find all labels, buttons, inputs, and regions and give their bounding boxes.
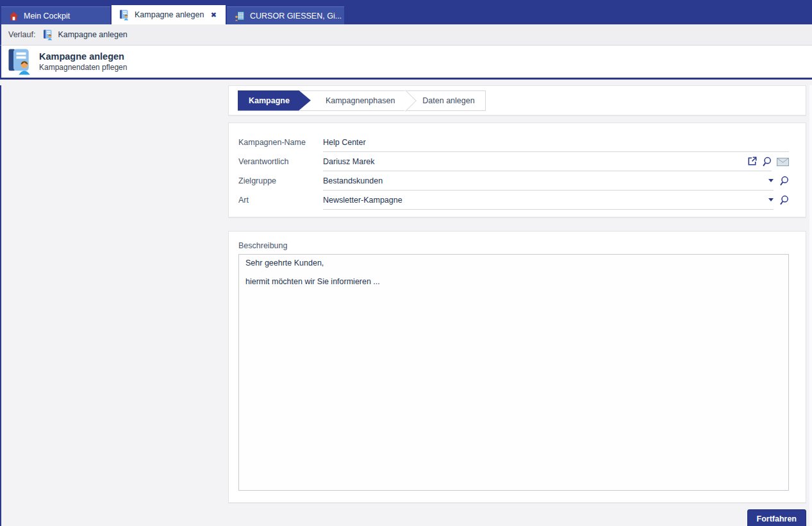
kampagnen-name-field [323, 133, 789, 152]
header-divider [0, 78, 812, 80]
history-item-kampagne-anlegen[interactable]: Kampagne anlegen [43, 30, 127, 40]
building-icon [235, 11, 245, 21]
campaign-book-icon [119, 10, 129, 21]
tab-kampagne-anlegen[interactable]: Kampagne anlegen ✖ [112, 5, 226, 24]
page-subtitle: Kampagnendaten pflegen [39, 63, 127, 72]
field-label: Verantwortlich [238, 157, 323, 166]
wizard-step-kampagne[interactable]: Kampagne [238, 90, 311, 111]
tab-label: Kampagne anlegen [135, 10, 204, 19]
campaign-book-icon [43, 30, 53, 40]
zielgruppe-field [323, 172, 774, 191]
field-inline-icons [747, 157, 772, 167]
form-row-kampagnen-name: Kampagnen-Name [238, 133, 789, 152]
form-row-zielgruppe: Zielgruppe [238, 171, 789, 191]
step-label: Kampagne [249, 96, 290, 105]
wizard-step-kampagnenphasen[interactable]: Kampagnenphasen [299, 90, 405, 111]
field-label: Zielgruppe [238, 176, 323, 185]
wizard-steps: Kampagne Kampagnenphasen Daten anlegen [238, 90, 486, 111]
history-bar: Verlauf: Kampagne anlegen [0, 24, 812, 46]
form-row-art: Art [238, 191, 789, 210]
verantwortlich-field [323, 153, 772, 171]
tab-cursor-giessen[interactable]: CURSOR GIESSEN, Gi... ✖ [227, 6, 344, 24]
field-label: Art [238, 196, 323, 205]
wizard-panel: Kampagne Kampagnenphasen Daten anlegen [228, 85, 806, 115]
field-label: Kampagnen-Name [238, 138, 323, 147]
verantwortlich-input[interactable] [323, 157, 743, 166]
continue-button[interactable]: Fortfahren [747, 509, 807, 526]
page-header: Kampagne anlegen Kampagnendaten pflegen [0, 46, 812, 78]
content-area: Kampagne Kampagnenphasen Daten anlegen K… [0, 85, 812, 526]
tab-label: Mein Cockpit [24, 12, 70, 21]
dropdown-caret-icon[interactable] [768, 179, 774, 182]
scrollbar-track[interactable] [809, 85, 812, 526]
description-textarea[interactable]: Sehr geehrte Kunden, hiermit möchten wir… [238, 254, 789, 491]
open-record-icon[interactable] [747, 157, 757, 166]
history-item-label: Kampagne anlegen [58, 30, 127, 39]
close-icon[interactable]: ✖ [210, 10, 218, 20]
email-icon[interactable] [777, 158, 789, 166]
art-input[interactable] [323, 196, 765, 205]
kampagnen-name-input[interactable] [323, 138, 789, 147]
history-label: Verlauf: [8, 30, 35, 39]
form-row-verantwortlich: Verantwortlich [238, 152, 789, 171]
search-icon[interactable] [779, 176, 789, 186]
page-title: Kampagne anlegen [39, 51, 127, 62]
field-inline-icons [768, 179, 774, 182]
zielgruppe-input[interactable] [323, 176, 765, 185]
field-inline-icons [768, 198, 774, 201]
step-label: Kampagnenphasen [326, 96, 395, 105]
step-label: Daten anlegen [422, 96, 474, 105]
tab-bar: Mein Cockpit Kampagne anlegen ✖ [0, 0, 812, 24]
description-panel: Beschreibung Sehr geehrte Kunden, hiermi… [228, 231, 806, 503]
tab-mein-cockpit[interactable]: Mein Cockpit [1, 6, 110, 24]
campaign-form-panel: Kampagnen-Name Verantwortlich [228, 123, 806, 217]
search-icon[interactable] [761, 157, 772, 167]
dropdown-caret-icon[interactable] [768, 198, 774, 201]
campaign-book-icon [7, 48, 33, 76]
art-field [323, 191, 774, 210]
home-icon [9, 12, 19, 21]
tab-label: CURSOR GIESSEN, Gi... [250, 12, 342, 21]
search-icon[interactable] [779, 195, 789, 205]
description-label: Beschreibung [238, 241, 789, 250]
wizard-step-daten-anlegen[interactable]: Daten anlegen [405, 90, 485, 111]
action-bar: Fortfahren [228, 509, 806, 526]
